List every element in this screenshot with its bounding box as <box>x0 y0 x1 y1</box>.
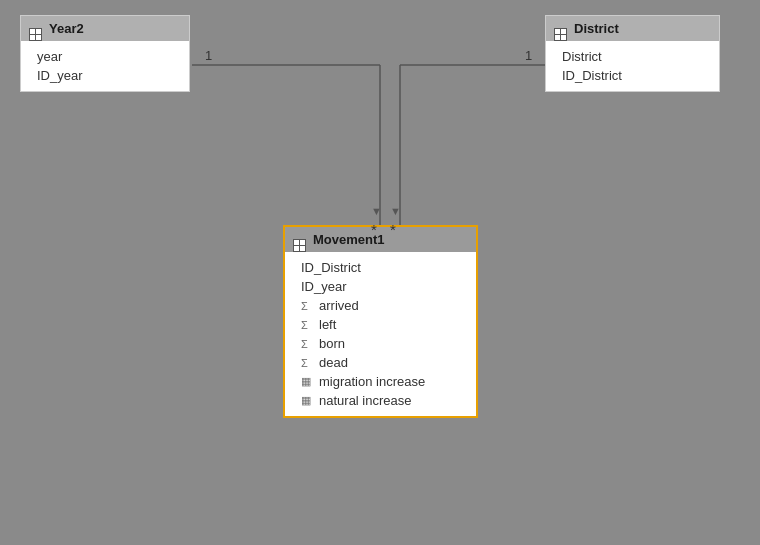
table-icon <box>293 233 307 247</box>
svg-text:▼: ▼ <box>390 205 401 217</box>
field-name: ID_District <box>301 260 361 275</box>
table-row: Σ dead <box>285 353 476 372</box>
calc-icon: ▦ <box>301 375 315 388</box>
field-name: year <box>37 49 62 64</box>
field-name: migration increase <box>319 374 425 389</box>
table-row: ID_District <box>285 258 476 277</box>
field-name: born <box>319 336 345 351</box>
field-name: ID_year <box>37 68 83 83</box>
field-name: ID_District <box>562 68 622 83</box>
table-row: year <box>21 47 189 66</box>
year2-body: year ID_year <box>21 41 189 91</box>
table-icon <box>554 22 568 36</box>
table-row: Σ arrived <box>285 296 476 315</box>
district-title: District <box>574 21 619 36</box>
sigma-icon: Σ <box>301 338 315 350</box>
table-row: ▦ migration increase <box>285 372 476 391</box>
sigma-icon: Σ <box>301 357 315 369</box>
district-table: District District ID_District <box>545 15 720 92</box>
field-name: dead <box>319 355 348 370</box>
movement1-title: Movement1 <box>313 232 385 247</box>
field-name: ID_year <box>301 279 347 294</box>
table-row: ▦ natural increase <box>285 391 476 410</box>
movement1-header: Movement1 <box>285 227 476 252</box>
table-row: Σ left <box>285 315 476 334</box>
sigma-icon: Σ <box>301 319 315 331</box>
table-row: ID_District <box>546 66 719 85</box>
year2-table: Year2 year ID_year <box>20 15 190 92</box>
sigma-icon: Σ <box>301 300 315 312</box>
field-name: natural increase <box>319 393 412 408</box>
table-row: ID_year <box>285 277 476 296</box>
district-header: District <box>546 16 719 41</box>
field-name: arrived <box>319 298 359 313</box>
field-name: District <box>562 49 602 64</box>
calc-icon: ▦ <box>301 394 315 407</box>
district-body: District ID_District <box>546 41 719 91</box>
field-name: left <box>319 317 336 332</box>
table-row: Σ born <box>285 334 476 353</box>
movement1-table: Movement1 ID_District ID_year Σ arrived … <box>283 225 478 418</box>
year2-cardinality-label: 1 <box>205 48 212 63</box>
district-cardinality-label: 1 <box>525 48 532 63</box>
movement1-body: ID_District ID_year Σ arrived Σ left Σ b… <box>285 252 476 416</box>
table-icon <box>29 22 43 36</box>
svg-text:▼: ▼ <box>371 205 382 217</box>
year2-header: Year2 <box>21 16 189 41</box>
year2-title: Year2 <box>49 21 84 36</box>
table-row: ID_year <box>21 66 189 85</box>
table-row: District <box>546 47 719 66</box>
